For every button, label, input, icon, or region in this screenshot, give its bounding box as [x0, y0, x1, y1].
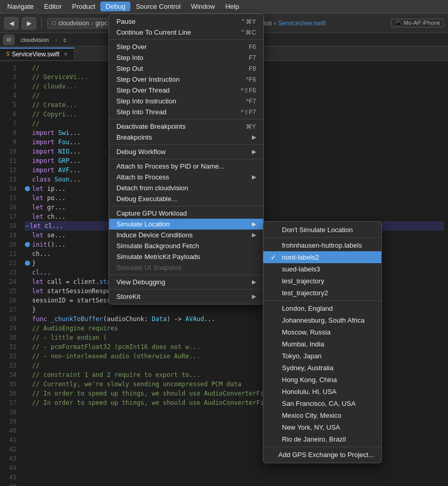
london-label: London, England	[282, 305, 333, 312]
simulate-metrickit-label: Simulate MetricKit Payloads	[116, 253, 200, 261]
sydney-label: Sydney, Australia	[282, 364, 333, 372]
mumbai-label: Mumbai, India	[282, 340, 324, 348]
sep6	[109, 275, 263, 275]
storekit-label: StoreKit	[116, 293, 140, 300]
loc-test-trajectory[interactable]: test_trajectory	[263, 275, 381, 287]
test-trajectory-label: test_trajectory	[282, 277, 324, 285]
sep7	[109, 289, 263, 290]
step-over-shortcut: F6	[249, 43, 256, 51]
loc-nord-labels2[interactable]: ✓ nord-labels2	[263, 251, 381, 263]
storekit-arrow: ▶	[252, 293, 256, 300]
loc-rio[interactable]: Rio de Janeiro, Brazil	[263, 433, 381, 445]
step-out-shortcut: F8	[249, 65, 256, 72]
debug-step-over[interactable]: Step Over F6	[109, 41, 263, 52]
loc-johannesburg[interactable]: Johannesburg, South Africa	[263, 314, 381, 326]
debug-attach-process[interactable]: Attach to Process ▶	[109, 172, 263, 183]
sep1	[109, 39, 263, 40]
continue-shortcut: ⌃⌘C	[240, 29, 256, 36]
step-into-instruction-label: Step Into Instruction	[116, 97, 176, 105]
debug-view-debugging[interactable]: View Debugging ▶	[109, 277, 263, 287]
view-debugging-label: View Debugging	[116, 278, 165, 286]
loc-sydney[interactable]: Sydney, Australia	[263, 362, 381, 374]
debug-workflow-arrow: ▶	[252, 148, 256, 155]
simulate-location-label: Simulate Location	[116, 220, 170, 228]
induce-device-arrow: ▶	[252, 232, 256, 238]
debug-detach[interactable]: Detach from cloudvision	[109, 183, 263, 193]
simulate-location-arrow: ▶	[252, 221, 256, 227]
loc-sep1	[263, 237, 381, 238]
sep3	[109, 144, 263, 145]
dropdown-overlay: Pause ⌃⌘Y Continue To Current Line ⌃⌘C S…	[0, 0, 448, 486]
sep5	[109, 206, 263, 206]
frohnhausen-label: frohnhausen-huttrop.labels	[282, 241, 362, 249]
attach-process-label: Attach to Process	[116, 173, 169, 181]
debug-simulate-bg-fetch[interactable]: Simulate Background Fetch	[109, 240, 263, 251]
sf-label: San Francisco, CA, USA	[282, 400, 355, 407]
debug-simulate-ui-snapshot: Simulate UI Snapshot	[109, 262, 263, 273]
debug-workflow-label: Debug Workflow	[116, 148, 166, 156]
sued-labels3-label: sued-labels3	[282, 265, 320, 273]
loc-frohnhausen[interactable]: frohnhausen-huttrop.labels	[263, 239, 381, 251]
sep4	[109, 159, 263, 159]
simulate-bg-fetch-label: Simulate Background Fetch	[116, 242, 199, 250]
step-into-thread-shortcut: ^⇧F7	[241, 109, 256, 116]
deactivate-bp-label: Deactivate Breakpoints	[116, 123, 186, 130]
simulate-ui-snapshot-label: Simulate UI Snapshot	[116, 264, 182, 271]
tokyo-label: Tokyo, Japan	[282, 352, 322, 360]
debug-attach-pid[interactable]: Attach to Process by PID or Name...	[109, 161, 263, 172]
loc-sued-labels3[interactable]: sued-labels3	[263, 263, 381, 275]
breakpoints-arrow: ▶	[252, 134, 256, 141]
dont-simulate-label: Don't Simulate Location	[282, 226, 353, 234]
debug-step-out[interactable]: Step Out F8	[109, 63, 263, 74]
loc-sf[interactable]: San Francisco, CA, USA	[263, 398, 381, 409]
breakpoints-label: Breakpoints	[116, 133, 152, 141]
loc-add-gps[interactable]: Add GPS Exchange to Project...	[263, 449, 381, 461]
detach-label: Detach from cloudvision	[116, 184, 188, 192]
step-over-label: Step Over	[116, 43, 147, 51]
loc-tokyo[interactable]: Tokyo, Japan	[263, 350, 381, 362]
induce-device-label: Induce Device Conditions	[116, 231, 192, 239]
debug-workflow[interactable]: Debug Workflow ▶	[109, 146, 263, 157]
debug-simulate-metrickit[interactable]: Simulate MetricKit Payloads	[109, 251, 263, 262]
honolulu-label: Honolulu, HI, USA	[282, 388, 337, 396]
johannesburg-label: Johannesburg, South Africa	[282, 316, 365, 324]
loc-dont-simulate[interactable]: Don't Simulate Location	[263, 224, 381, 236]
debug-capture-gpu[interactable]: Capture GPU Workload	[109, 208, 263, 219]
loc-new-york[interactable]: New York, NY, USA	[263, 421, 381, 433]
step-out-label: Step Out	[116, 65, 143, 72]
debug-pause[interactable]: Pause ⌃⌘Y	[109, 16, 263, 27]
step-over-instruction-shortcut: ^F6	[246, 76, 256, 83]
debug-continue[interactable]: Continue To Current Line ⌃⌘C	[109, 27, 263, 38]
pause-label: Pause	[116, 18, 136, 25]
debug-step-into-thread[interactable]: Step Into Thread ^⇧F7	[109, 107, 263, 117]
capture-gpu-label: Capture GPU Workload	[116, 209, 187, 217]
attach-process-arrow: ▶	[252, 174, 256, 180]
loc-sep2	[263, 300, 381, 301]
loc-mexico-city[interactable]: Mexico City, Mexico	[263, 409, 381, 421]
debug-executable-label: Debug Executable...	[116, 195, 177, 203]
test-trajectory2-label: test_trajectory2	[282, 289, 328, 297]
debug-step-over-thread[interactable]: Step Over Thread ^⇧F6	[109, 85, 263, 96]
debug-induce-device[interactable]: Induce Device Conditions ▶	[109, 230, 263, 240]
debug-deactivate-breakpoints[interactable]: Deactivate Breakpoints ⌘Y	[109, 121, 263, 132]
loc-honolulu[interactable]: Honolulu, HI, USA	[263, 386, 381, 398]
debug-step-into[interactable]: Step Into F7	[109, 52, 263, 63]
step-into-shortcut: F7	[249, 54, 256, 62]
debug-executable[interactable]: Debug Executable...	[109, 193, 263, 204]
loc-test-trajectory2[interactable]: test_trajectory2	[263, 287, 381, 299]
loc-hongkong[interactable]: Hong Kong, China	[263, 374, 381, 386]
add-gps-label: Add GPS Exchange to Project...	[278, 451, 374, 459]
debug-step-into-instruction[interactable]: Step Into Instruction ^F7	[109, 96, 263, 107]
debug-storekit[interactable]: StoreKit ▶	[109, 291, 263, 302]
debug-simulate-location[interactable]: Simulate Location ▶	[109, 219, 263, 230]
location-submenu: Don't Simulate Location frohnhausen-hutt…	[263, 221, 382, 463]
loc-mumbai[interactable]: Mumbai, India	[263, 338, 381, 350]
mexico-city-label: Mexico City, Mexico	[282, 412, 341, 419]
hongkong-label: Hong Kong, China	[282, 376, 337, 384]
debug-step-over-instruction[interactable]: Step Over Instruction ^F6	[109, 74, 263, 85]
debug-breakpoints[interactable]: Breakpoints ▶	[109, 132, 263, 143]
moscow-label: Moscow, Russia	[282, 328, 331, 336]
loc-london[interactable]: London, England	[263, 302, 381, 314]
step-into-instruction-shortcut: ^F7	[246, 98, 256, 105]
loc-moscow[interactable]: Moscow, Russia	[263, 326, 381, 338]
